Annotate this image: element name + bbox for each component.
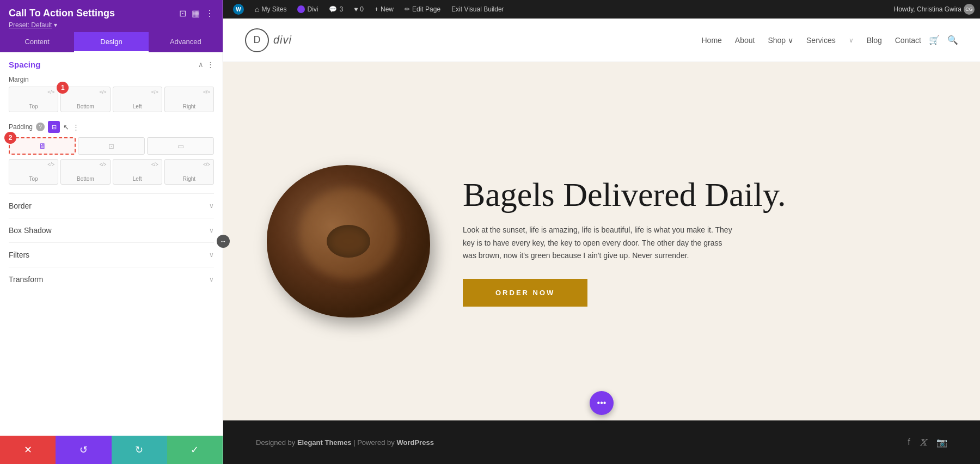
nav-home[interactable]: Home	[701, 36, 721, 45]
box-shadow-title: Box Shadow	[9, 226, 52, 235]
divi-label: Divi	[307, 5, 318, 13]
margin-top-input[interactable]	[13, 95, 54, 102]
comment-icon: 💬	[329, 5, 337, 13]
logo-letter: D	[254, 34, 261, 46]
divi-icon	[297, 5, 305, 13]
wp-logo-item[interactable]: W	[229, 0, 248, 19]
padding-bottom-input[interactable]	[64, 167, 106, 175]
margin-bottom-label: Bottom	[77, 103, 94, 109]
twitter-icon[interactable]: 𝕏	[920, 437, 927, 448]
padding-fields: </> Top </> Bottom </> Left </> Right	[9, 159, 214, 185]
transform-section[interactable]: Transform ∨	[9, 267, 214, 291]
divi-item[interactable]: Divi	[293, 0, 322, 19]
tab-design[interactable]: Design	[74, 32, 148, 52]
border-section[interactable]: Border ∨	[9, 193, 214, 218]
link-padding-button[interactable]: ⊟	[48, 121, 60, 133]
layout-icon[interactable]: ▦	[192, 8, 200, 19]
box-shadow-section[interactable]: Box Shadow ∨	[9, 218, 214, 242]
edit-page-item[interactable]: ✏ Edit Page	[400, 0, 445, 19]
device-tablet[interactable]: ⊡	[78, 137, 145, 155]
footer-social: f 𝕏 📷	[908, 437, 947, 448]
padding-left-input[interactable]	[117, 167, 158, 175]
nav-contact[interactable]: Contact	[895, 36, 921, 45]
undo-button[interactable]: ↺	[56, 436, 111, 464]
comments-count: 3	[339, 5, 343, 13]
padding-left-label: Left	[133, 176, 142, 182]
exit-vb-item[interactable]: Exit Visual Builder	[447, 0, 509, 19]
collapse-icon[interactable]: ∧	[198, 60, 204, 69]
padding-badge: 2	[4, 132, 16, 144]
designed-by-prefix: Designed by	[256, 438, 297, 447]
padding-right-field[interactable]: </> Right	[164, 159, 214, 185]
likes-item[interactable]: ♥ 0	[350, 0, 368, 19]
site-navigation: D divi Home About Shop ∨ Services ∨ Blog…	[223, 19, 980, 62]
preset-label[interactable]: Preset: Default ▾	[9, 21, 214, 29]
hero-title: Bagels Delivered Daily.	[463, 176, 936, 213]
new-label: New	[381, 5, 394, 13]
padding-top-input[interactable]	[13, 167, 54, 175]
redo-button[interactable]: ↻	[112, 436, 167, 464]
footer-credit: Designed by Elegant Themes | Powered by …	[256, 438, 434, 447]
margin-label: Margin	[9, 76, 214, 83]
help-icon[interactable]: ?	[36, 123, 45, 131]
exit-vb-label: Exit Visual Builder	[451, 5, 504, 13]
code-icon: </>	[203, 162, 210, 167]
search-icon[interactable]: 🔍	[947, 35, 958, 45]
comments-item[interactable]: 💬 3	[324, 0, 347, 19]
tablet-icon: ⊡	[108, 142, 114, 150]
padding-top-field[interactable]: </> Top	[9, 159, 58, 185]
tab-advanced[interactable]: Advanced	[149, 32, 223, 52]
transform-chevron: ∨	[209, 276, 214, 283]
wordpress-label: WordPress	[396, 438, 433, 447]
floating-action-button[interactable]: •••	[590, 391, 614, 415]
code-icon: </>	[203, 89, 210, 95]
code-icon: </>	[151, 89, 158, 95]
wp-logo-icon: W	[233, 4, 244, 15]
margin-right-field[interactable]: </> Right	[164, 87, 214, 112]
border-title: Border	[9, 202, 32, 210]
code-icon: </>	[47, 89, 54, 95]
window-icon[interactable]: ⊡	[179, 8, 186, 19]
more-icon[interactable]: ⋮	[205, 8, 214, 19]
margin-right-input[interactable]	[168, 95, 210, 102]
padding-right-input[interactable]	[168, 167, 210, 175]
facebook-icon[interactable]: f	[908, 437, 910, 448]
device-desktop[interactable]: 🖥	[9, 137, 76, 155]
transform-title: Transform	[9, 275, 43, 284]
margin-bottom-field[interactable]: </> Bottom 1	[60, 87, 110, 112]
margin-bottom-input[interactable]	[64, 95, 106, 102]
pencil-icon: ✏	[405, 5, 410, 13]
resize-handle[interactable]: ↔	[217, 235, 230, 248]
panel-body: Spacing ∧ ⋮ Margin </> Top </> Bottom	[0, 52, 223, 436]
tab-content[interactable]: Content	[0, 32, 74, 52]
bottom-bar: ✕ ↺ ↻ ✓	[0, 436, 223, 464]
confirm-button[interactable]: ✓	[167, 436, 223, 464]
nav-shop[interactable]: Shop ∨	[768, 36, 793, 45]
site-logo[interactable]: D divi	[245, 28, 292, 52]
nav-services[interactable]: Services	[806, 36, 836, 45]
padding-left-field[interactable]: </> Left	[113, 159, 162, 185]
cart-icon[interactable]: 🛒	[929, 35, 940, 45]
filters-title: Filters	[9, 251, 29, 259]
margin-left-input[interactable]	[117, 95, 158, 102]
nav-about[interactable]: About	[735, 36, 755, 45]
nav-blog[interactable]: Blog	[867, 36, 882, 45]
new-item[interactable]: + New	[370, 0, 398, 19]
cursor-icon[interactable]: ↖	[63, 123, 69, 131]
margin-top-field[interactable]: </> Top	[9, 87, 58, 112]
instagram-icon[interactable]: 📷	[936, 437, 947, 448]
my-sites-item[interactable]: ⌂ My Sites	[250, 0, 291, 19]
section-more-icon[interactable]: ⋮	[207, 60, 214, 69]
margin-fields: </> Top </> Bottom 1 </> Left	[9, 87, 214, 112]
filters-section[interactable]: Filters ∨	[9, 242, 214, 267]
admin-bar-right: Howdy, Christina Gwira CG	[894, 4, 975, 15]
padding-more-icon[interactable]: ⋮	[72, 123, 79, 131]
order-now-button[interactable]: ORDER NOW	[463, 279, 587, 307]
padding-top-label: Top	[29, 176, 38, 182]
device-mobile[interactable]: ▭	[147, 137, 214, 155]
box-shadow-chevron: ∨	[209, 227, 214, 234]
margin-left-field[interactable]: </> Left	[113, 87, 162, 112]
padding-bottom-field[interactable]: </> Bottom	[60, 159, 110, 185]
padding-row: Padding ? ⊟ ↖ ⋮	[9, 121, 214, 133]
cancel-button[interactable]: ✕	[0, 436, 56, 464]
